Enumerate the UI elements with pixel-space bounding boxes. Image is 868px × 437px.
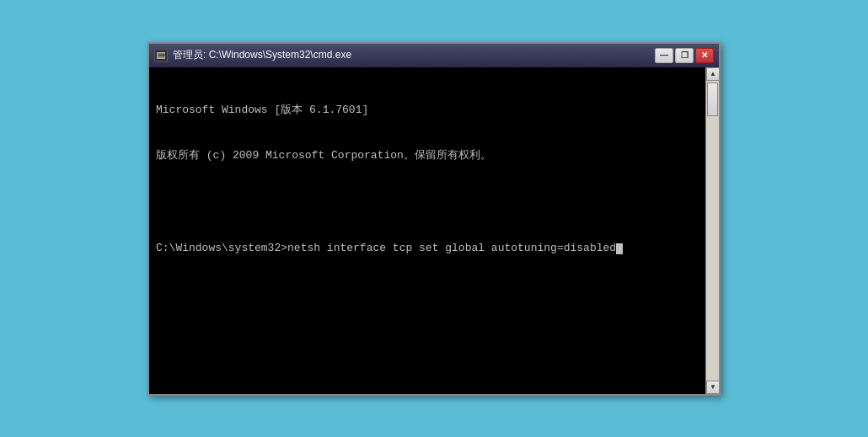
- terminal-line-2: 版权所有 (c) 2009 Microsoft Corporation。保留所有…: [156, 148, 699, 163]
- window-body: Microsoft Windows [版本 6.1.7601] 版权所有 (c)…: [149, 67, 719, 394]
- close-button[interactable]: ✕: [695, 48, 714, 63]
- cursor: [616, 243, 623, 254]
- terminal-line-3: [156, 195, 699, 210]
- window-title: 管理员: C:\Windows\System32\cmd.exe: [173, 48, 650, 62]
- scroll-track[interactable]: [706, 81, 719, 381]
- cmd-window: 管理员: C:\Windows\System32\cmd.exe — ❐ ✕ M…: [147, 42, 721, 396]
- scrollbar: ▲ ▼: [705, 67, 719, 394]
- scroll-thumb[interactable]: [707, 83, 718, 116]
- scroll-up-button[interactable]: ▲: [706, 67, 719, 81]
- terminal-output[interactable]: Microsoft Windows [版本 6.1.7601] 版权所有 (c)…: [149, 67, 705, 394]
- scroll-down-button[interactable]: ▼: [706, 381, 719, 394]
- title-bar: 管理员: C:\Windows\System32\cmd.exe — ❐ ✕: [149, 44, 719, 67]
- restore-button[interactable]: ❐: [675, 48, 694, 63]
- terminal-line-1: Microsoft Windows [版本 6.1.7601]: [156, 103, 699, 118]
- terminal-line-4: C:\Windows\system32>netsh interface tcp …: [156, 241, 699, 256]
- window-controls: — ❐ ✕: [655, 48, 714, 63]
- cmd-window-icon: [154, 49, 168, 62]
- minimize-button[interactable]: —: [655, 48, 673, 63]
